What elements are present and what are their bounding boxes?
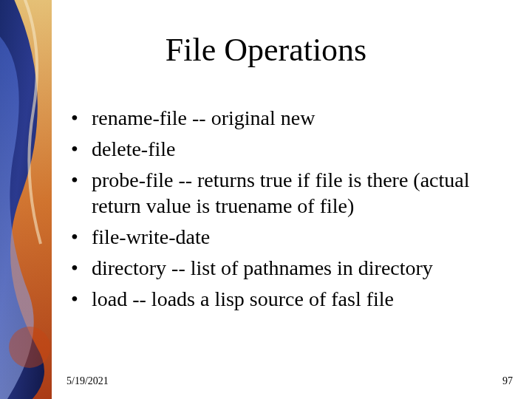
slide-title: File Operations — [0, 31, 532, 69]
footer-date: 5/19/2021 — [66, 375, 109, 387]
bullet-item: delete-file — [66, 136, 502, 163]
bullet-item: file-write-date — [66, 224, 502, 250]
bullet-item: load -- loads a lisp source of fasl file — [66, 286, 502, 313]
bullet-item: probe-file -- returns true if file is th… — [66, 167, 502, 220]
bullet-item: directory -- list of pathnames in direct… — [66, 255, 502, 282]
svg-point-1 — [9, 327, 50, 368]
bullet-list: rename-file -- original new delete-file … — [66, 105, 502, 317]
bullet-item: rename-file -- original new — [66, 105, 502, 132]
slide: File Operations rename-file -- original … — [0, 0, 532, 399]
footer-page-number: 97 — [502, 375, 513, 387]
